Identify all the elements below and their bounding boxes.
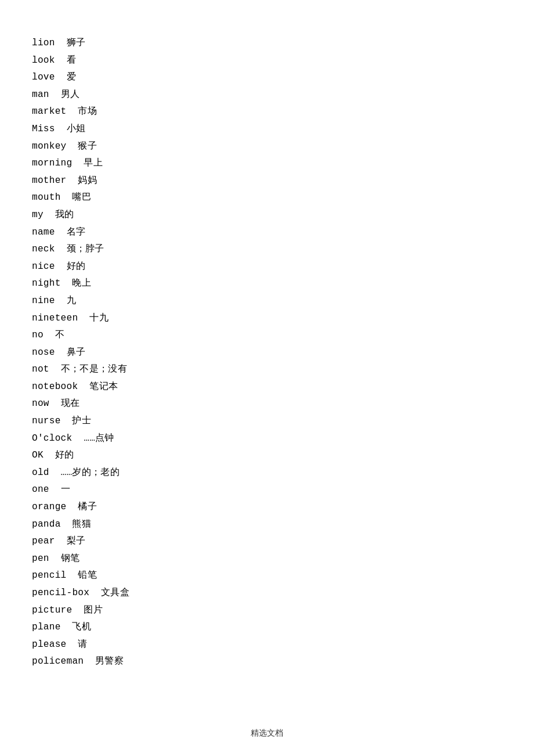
list-item: picture 图片: [32, 602, 502, 620]
list-item: nineteen 十九: [32, 310, 502, 327]
list-item: mother 妈妈: [32, 172, 502, 190]
list-item: no 不: [32, 327, 502, 344]
list-item: monkey 猴子: [32, 138, 502, 156]
list-item: neck 颈；脖子: [32, 241, 502, 258]
list-item: one 一: [32, 481, 502, 499]
list-item: nice 好的: [32, 258, 502, 276]
list-item: notebook 笔记本: [32, 379, 502, 396]
list-item: lion 狮子: [32, 35, 502, 52]
list-item: policeman 男警察: [32, 653, 502, 671]
list-item: OK 好的: [32, 447, 502, 465]
list-item: love 爱: [32, 69, 502, 87]
list-item: please 请: [32, 636, 502, 654]
list-item: nine 九: [32, 293, 502, 310]
list-item: nurse 护士: [32, 413, 502, 430]
list-item: old ……岁的；老的: [32, 465, 502, 482]
page-content: lion 狮子look 看love 爱man 男人market 市场Miss 小…: [0, 0, 534, 705]
list-item: orange 橘子: [32, 499, 502, 516]
list-item: name 名字: [32, 224, 502, 242]
list-item: my 我的: [32, 207, 502, 224]
list-item: panda 熊猫: [32, 516, 502, 534]
list-item: look 看: [32, 52, 502, 70]
list-item: pencil 铅笔: [32, 567, 502, 585]
list-item: Miss 小姐: [32, 121, 502, 138]
list-item: night 晚上: [32, 275, 502, 293]
list-item: pencil-box 文具盒: [32, 585, 502, 602]
list-item: not 不；不是；没有: [32, 361, 502, 379]
list-item: now 现在: [32, 395, 502, 413]
list-item: morning 早上: [32, 155, 502, 172]
list-item: O'clock ……点钟: [32, 430, 502, 448]
word-list: lion 狮子look 看love 爱man 男人market 市场Miss 小…: [32, 35, 502, 671]
list-item: pen 钢笔: [32, 550, 502, 568]
list-item: market 市场: [32, 103, 502, 121]
list-item: pear 梨子: [32, 533, 502, 550]
footer-label: 精选文档: [251, 728, 283, 739]
list-item: nose 鼻子: [32, 344, 502, 362]
list-item: plane 飞机: [32, 619, 502, 636]
list-item: mouth 嘴巴: [32, 189, 502, 207]
list-item: man 男人: [32, 87, 502, 104]
